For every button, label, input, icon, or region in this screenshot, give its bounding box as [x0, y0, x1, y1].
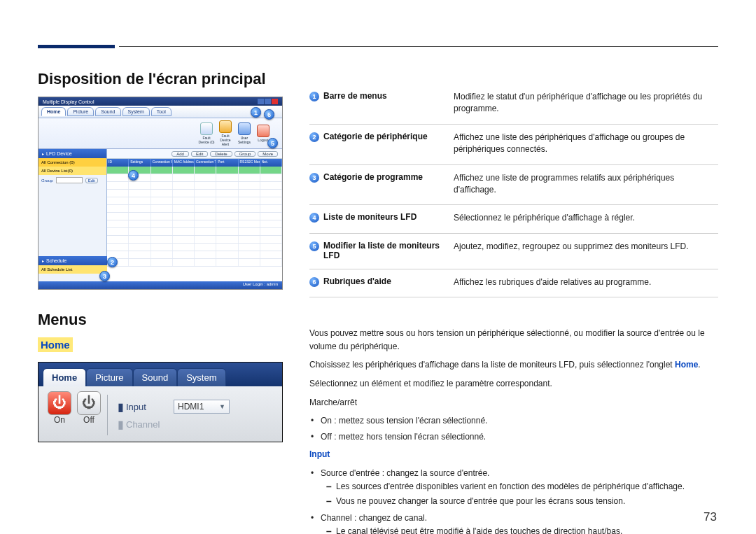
legend-row-2: 2 Catégorie de périphérique Affichez une… — [309, 132, 718, 156]
legend-desc-5: Ajoutez, modifiez, regroupez ou supprime… — [454, 241, 718, 253]
btn-move[interactable]: Move — [258, 151, 278, 157]
divider — [309, 164, 718, 165]
menu-tab-system[interactable]: System — [122, 107, 150, 116]
hs-tab-sound[interactable]: Sound — [133, 368, 178, 386]
divider — [309, 124, 718, 125]
on-item: On : mettez sous tension l'écran sélecti… — [321, 414, 718, 428]
src-d1: Les sources d'entrée disponibles varient… — [336, 480, 718, 493]
callout-1-icon: 1 — [251, 107, 261, 118]
hs-tabbar: Home Picture Sound System — [38, 363, 282, 386]
lp-group-label: Group — [41, 178, 53, 183]
legend-num-1: 1 — [309, 92, 319, 101]
para-select: Sélectionnez un élément et modifiez le p… — [309, 377, 718, 391]
channel-item: Channel : changez de canal. Le canal tél… — [321, 512, 718, 534]
grid-row[interactable] — [107, 197, 282, 205]
heading-disposition: Disposition de l'écran principal — [38, 70, 283, 88]
menu-tab-home[interactable]: Home — [41, 107, 66, 116]
grid-body — [107, 167, 282, 281]
legend-desc-4: Sélectionnez le périphérique d'affichage… — [454, 212, 718, 224]
grid-row[interactable] — [107, 190, 282, 197]
status-bar: User Login : admin — [38, 281, 282, 289]
lp-group-input[interactable] — [56, 177, 83, 183]
menu-tab-sound[interactable]: Sound — [95, 107, 120, 116]
off-item: Off : mettez hors tension l'écran sélect… — [321, 430, 718, 444]
channel-field: ▮ Channel — [118, 418, 282, 431]
legend-num-3: 3 — [309, 173, 319, 183]
window-buttons[interactable] — [257, 99, 278, 105]
col-conn-type: Connection Type — [195, 159, 216, 167]
bullet-icon: ▮ — [118, 418, 123, 431]
btn-group[interactable]: Group — [234, 151, 256, 157]
lp-edit-btn[interactable]: Edit — [85, 178, 98, 183]
app-window-screenshot: Multiple Display Control Home Picture So… — [38, 97, 283, 290]
grid-row[interactable] — [107, 228, 282, 236]
power-off[interactable]: ⏻ Off — [75, 390, 103, 440]
legend-num-5: 5 — [309, 241, 319, 251]
legend-desc-1: Modifiez le statut d'un périphérique d'a… — [454, 91, 718, 115]
col-rs232: RS232C Menu — [239, 159, 260, 167]
lp-schedule-list[interactable]: All Schedule List — [38, 265, 107, 274]
para-choose: Choisissez les périphériques d'affichage… — [309, 358, 718, 372]
app-title-text: Multiple Display Control — [43, 99, 94, 104]
power-on-icon: ⏻ — [48, 391, 71, 415]
lp-group-row: Group Edit — [38, 175, 106, 185]
tool-fault-alert[interactable]: Fault Device Alert — [216, 120, 234, 146]
btn-add[interactable]: Add — [172, 151, 189, 157]
home-keyword: Home — [675, 360, 698, 370]
right-column: 1 Barre de menus Modifiez le statut d'un… — [309, 70, 718, 513]
lp-all-connection[interactable]: All Connection (0) — [38, 158, 106, 167]
input-value: HDMI1 — [178, 402, 204, 412]
menu-tab-picture[interactable]: Picture — [67, 107, 94, 116]
hs-tab-home[interactable]: Home — [43, 368, 86, 386]
lp-all-device-list[interactable]: All Device List(0) — [38, 167, 106, 175]
separator — [107, 395, 108, 435]
legend-num-6: 6 — [309, 277, 319, 287]
grid-row[interactable] — [107, 236, 282, 244]
chevron-down-icon: ▼ — [219, 403, 225, 410]
legend-row-6: 6 Rubriques d'aide Affichez les rubrique… — [309, 276, 718, 288]
btn-delete[interactable]: Delete — [210, 151, 232, 157]
legend-desc-3: Affichez une liste de programmes relatif… — [454, 172, 718, 197]
input-heading: Input — [309, 448, 718, 461]
grid-row[interactable] — [107, 182, 282, 190]
col-conn-status: Connection Status — [151, 159, 173, 167]
header-rule-thick — [38, 45, 115, 48]
grid-row[interactable] — [107, 213, 282, 220]
grid-row[interactable] — [107, 251, 282, 259]
header-rule-thin — [119, 46, 718, 47]
grid-row[interactable] — [107, 244, 282, 251]
btn-edit[interactable]: Edit — [191, 151, 208, 157]
lp-header-schedule[interactable]: Schedule — [38, 256, 107, 265]
hs-tab-picture[interactable]: Picture — [86, 368, 132, 386]
callout-2-icon: 2 — [107, 257, 118, 267]
callout-5-icon: 5 — [267, 138, 278, 148]
callout-4-icon: 4 — [128, 170, 139, 181]
src-d2: Vous ne pouvez changer la source d'entré… — [336, 495, 718, 508]
divider — [309, 297, 718, 297]
tool-fault-device[interactable]: Fault Device (0) — [197, 122, 216, 144]
tool-user-settings[interactable]: User Settings — [235, 122, 253, 144]
lp-header-lfd[interactable]: LFD Device — [38, 149, 106, 158]
legend-row-1: 1 Barre de menus Modifiez le statut d'un… — [309, 91, 718, 115]
hs-tab-system[interactable]: System — [177, 368, 225, 386]
input-label: Input — [126, 402, 174, 412]
power-on[interactable]: ⏻ On — [46, 390, 74, 440]
legend-label-3: Catégorie de programme — [323, 172, 454, 182]
grid-row[interactable] — [107, 259, 282, 267]
menu-bar[interactable]: Home Picture Sound System Tool — [38, 106, 282, 118]
menu-tab-tool[interactable]: Tool — [151, 107, 172, 116]
legend-row-5: 5 Modifier la liste de moniteurs LFD Ajo… — [309, 241, 718, 260]
app-titlebar: Multiple Display Control — [38, 97, 282, 106]
page-content: Disposition de l'écran principal Multipl… — [38, 70, 718, 513]
channel-sublist: Le canal télévisé peut être modifié à l'… — [321, 525, 718, 534]
legend-desc-2: Affichez une liste des périphériques d'a… — [454, 132, 718, 156]
bullet-icon: ▮ — [118, 400, 123, 414]
grid-row[interactable] — [107, 220, 282, 228]
left-panel: LFD Device All Connection (0) All Device… — [38, 149, 107, 281]
page-number: 73 — [704, 510, 717, 524]
legend-desc-6: Affichez les rubriques d'aide relatives … — [454, 276, 718, 288]
main-grid-area: Add Edit Delete Group Move ID Settings C… — [107, 149, 282, 281]
input-dropdown[interactable]: HDMI1 ▼ — [174, 400, 230, 414]
grid-row[interactable] — [107, 205, 282, 213]
ch-d1: Le canal télévisé peut être modifié à l'… — [336, 525, 718, 534]
